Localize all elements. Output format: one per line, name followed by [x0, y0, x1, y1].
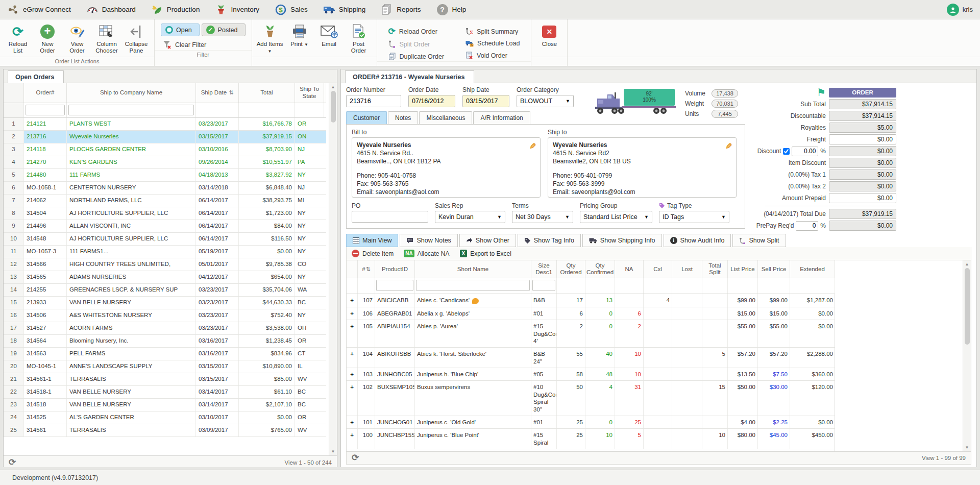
- column-chooser-button[interactable]: Column Chooser: [93, 22, 120, 55]
- filter-short-name-input[interactable]: [416, 280, 530, 291]
- items-scroll-up-icon[interactable]: ▲: [965, 260, 969, 268]
- grid-refresh-icon[interactable]: ⟳: [9, 458, 16, 467]
- order-date-input[interactable]: [408, 95, 455, 107]
- order-row[interactable]: 17314527ACORN FARMS03/23/2017$3,538.00OH: [4, 322, 326, 335]
- filter-posted-toggle[interactable]: ✓ Posted: [202, 23, 246, 36]
- tab-main-view[interactable]: Main View: [346, 234, 398, 247]
- nav-sales[interactable]: $ Sales: [275, 4, 308, 16]
- item-row[interactable]: +102BUXSEMP10S:Buxus sempervirens#10 Dug…: [347, 381, 835, 416]
- order-row[interactable]: 20MO-1045-1ANNE'S LANDSCAPE SUPPLY03/15/…: [4, 360, 326, 373]
- order-row[interactable]: 14214255GREENACRES LSCP. & NURSERY SUP03…: [4, 284, 326, 297]
- scroll-up-icon[interactable]: ▲: [331, 83, 335, 91]
- tab-show-split[interactable]: Show Split: [732, 234, 786, 247]
- email-button[interactable]: Email: [315, 22, 343, 48]
- view-order-button[interactable]: View Order: [63, 22, 91, 55]
- edit-ship-to-icon[interactable]: ✎: [725, 141, 732, 152]
- split-order-button[interactable]: Split Order: [386, 39, 447, 49]
- prepay-percent-input[interactable]: [796, 221, 818, 231]
- order-row[interactable]: 1214121PLANTS WEST03/23/2017$16,766.78OR: [4, 118, 326, 131]
- items-scroll-down-icon[interactable]: ▼: [965, 444, 969, 451]
- delete-item-button[interactable]: Delete Item: [352, 250, 394, 257]
- order-row[interactable]: 19314563PELL FARMS03/16/2017$834.96CT: [4, 348, 326, 360]
- order-row[interactable]: 18314564Blooming Nursery, Inc.03/16/2017…: [4, 335, 326, 348]
- col-cxl[interactable]: Cxl: [644, 260, 672, 278]
- collapse-pane-button[interactable]: Collapse Pane: [122, 22, 150, 55]
- expand-row-button[interactable]: +: [347, 429, 358, 449]
- col-list-price[interactable]: List Price: [728, 260, 758, 278]
- schedule-load-button[interactable]: Schedule Load: [463, 39, 522, 48]
- col-lost[interactable]: Lost: [672, 260, 702, 278]
- filter-product-id-input[interactable]: [376, 280, 413, 291]
- order-row[interactable]: 2213716Wyevale Nurseries03/15/2017$37,91…: [4, 131, 326, 143]
- split-summary-button[interactable]: Σ Split Summary: [463, 27, 522, 36]
- order-row[interactable]: 5214480111 FARMS04/18/2013$3,827.92NY: [4, 169, 326, 182]
- item-note-icon[interactable]: [472, 298, 479, 304]
- totals-value[interactable]: $0.00: [829, 134, 896, 144]
- order-row[interactable]: 12314566HIGH COUNTRY TREES UNLIMITED,05/…: [4, 258, 326, 271]
- col-total-split[interactable]: Total Split: [702, 260, 728, 278]
- items-grid-refresh-icon[interactable]: ⟳: [352, 454, 359, 462]
- order-row[interactable]: 3214118PLOCHS GARDEN CENTER03/10/2016$8,…: [4, 143, 326, 156]
- tab-order-detail[interactable]: ORDER# 213716 - Wyevale Nurseries: [345, 70, 474, 83]
- nav-help[interactable]: ? Help: [436, 4, 467, 16]
- tab-ar-information[interactable]: A/R Information: [473, 111, 530, 124]
- scroll-thumb[interactable]: [331, 91, 336, 123]
- print-button[interactable]: Print ▼: [286, 22, 313, 48]
- filter-order-number-input[interactable]: [26, 105, 65, 115]
- nav-reports[interactable]: Reports: [381, 4, 421, 16]
- edit-bill-to-icon[interactable]: ✎: [529, 141, 536, 152]
- expand-row-button[interactable]: +: [347, 320, 358, 347]
- expand-row-button[interactable]: +: [347, 294, 358, 306]
- tab-show-audit-info[interactable]: i Show Audit Info: [664, 234, 731, 247]
- tab-show-tag-info[interactable]: Show Tag Info: [518, 234, 581, 247]
- discount-checkbox[interactable]: [783, 148, 790, 155]
- flag-icon[interactable]: ⚑: [817, 88, 826, 97]
- terms-select[interactable]: Net 30 Days▼: [512, 211, 573, 223]
- tab-open-orders[interactable]: Open Orders: [8, 70, 64, 83]
- item-row[interactable]: +104ABIKOHSBBAbies k. 'Horst. Siberlocke…: [347, 348, 835, 368]
- col-total[interactable]: Total: [239, 83, 295, 103]
- order-row[interactable]: 9214496ALLAN VISCONTI, INC06/14/2017$84.…: [4, 220, 326, 233]
- post-order-button[interactable]: Post Order: [345, 22, 373, 55]
- order-row[interactable]: 7214062NORTHLAND FARMS, LLC06/14/2017$38…: [4, 195, 326, 207]
- new-order-button[interactable]: + New Order: [34, 22, 61, 55]
- po-input[interactable]: [352, 211, 428, 223]
- tab-customer[interactable]: Customer: [346, 111, 387, 124]
- item-row[interactable]: +103JUNHOBC05Juniperus h. 'Blue Chip'#05…: [347, 368, 835, 381]
- reload-order-button[interactable]: ⟳ Reload Order: [386, 27, 447, 37]
- item-row[interactable]: +107ABICICABBAbies c. 'Candicans'B&B1713…: [347, 294, 835, 307]
- col-size-desc[interactable]: Size Desc1: [531, 260, 557, 278]
- order-row[interactable]: 24314525AL'S GARDEN CENTER03/10/2017$0.0…: [4, 411, 326, 424]
- order-row[interactable]: 11MO-1057-3111 FARMS1...05/19/2017$0.00N…: [4, 246, 326, 258]
- col-rownum[interactable]: [4, 83, 24, 103]
- order-row[interactable]: 15213933VAN BELLE NURSERY03/23/2017$44,6…: [4, 297, 326, 309]
- col-qty-ordered[interactable]: Qty Ordered: [557, 260, 585, 278]
- item-row[interactable]: +106ABEGRAB01Abelia x g. 'Abelops'#01606…: [347, 307, 835, 320]
- tab-show-shipping-info[interactable]: Show Shipping Info: [582, 234, 662, 247]
- tab-notes[interactable]: Notes: [388, 111, 418, 124]
- col-product-id[interactable]: ProductID: [375, 260, 415, 278]
- orders-grid-scrollbar[interactable]: ▲ ▼: [329, 83, 337, 455]
- col-company[interactable]: Ship to Company Name: [67, 83, 196, 103]
- col-item-num[interactable]: #⇅: [358, 260, 375, 278]
- tag-type-select[interactable]: ID Tags▼: [659, 211, 729, 223]
- col-ship-state[interactable]: Ship To State: [295, 83, 324, 103]
- tab-show-other[interactable]: Show Other: [459, 234, 516, 247]
- scroll-down-icon[interactable]: ▼: [331, 448, 335, 455]
- expand-row-button[interactable]: +: [347, 368, 358, 380]
- order-type-button[interactable]: ORDER: [829, 88, 896, 98]
- totals-value[interactable]: $0.00: [829, 193, 896, 203]
- col-short-name[interactable]: Short Name: [415, 260, 531, 278]
- item-row[interactable]: +100JUNCHBP15SFJuniperus c. 'Blue Point'…: [347, 429, 835, 449]
- col-order-number[interactable]: Order#: [24, 83, 67, 103]
- filter-company-input[interactable]: [68, 105, 194, 115]
- expand-row-button[interactable]: +: [347, 416, 358, 428]
- reload-list-button[interactable]: ⟳ Reload List: [4, 22, 32, 55]
- sales-rep-select[interactable]: Kevin Duran▼: [435, 211, 505, 223]
- tab-show-notes[interactable]: Show Notes: [400, 234, 457, 247]
- nav-shipping[interactable]: Shipping: [323, 4, 366, 16]
- brand[interactable]: eGrow Connect: [7, 4, 71, 16]
- col-sell-price[interactable]: Sell Price: [758, 260, 790, 278]
- tab-miscellaneous[interactable]: Miscellaneous: [419, 111, 472, 124]
- col-extended[interactable]: Extended: [790, 260, 835, 278]
